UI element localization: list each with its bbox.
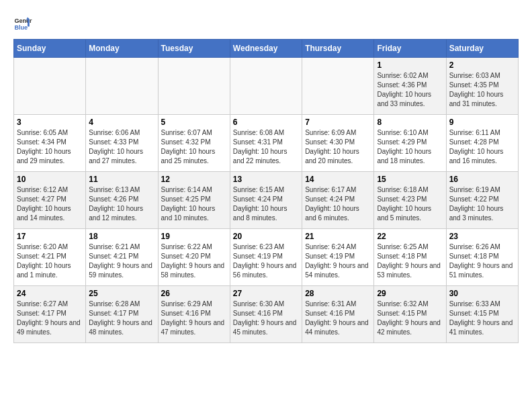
weekday-header: Friday [374,40,446,58]
day-info: Sunrise: 6:11 AM Sunset: 4:28 PM Dayligh… [449,128,515,166]
day-info: Sunrise: 6:03 AM Sunset: 4:35 PM Dayligh… [449,71,515,109]
day-number: 22 [377,232,443,241]
day-number: 10 [17,175,83,184]
calendar-cell: 15Sunrise: 6:18 AM Sunset: 4:23 PM Dayli… [374,172,446,229]
calendar-cell: 25Sunrise: 6:28 AM Sunset: 4:17 PM Dayli… [86,286,158,343]
calendar-cell: 21Sunrise: 6:24 AM Sunset: 4:19 PM Dayli… [302,229,374,286]
day-number: 12 [161,175,227,184]
calendar-week-row: 17Sunrise: 6:20 AM Sunset: 4:21 PM Dayli… [14,229,519,286]
day-number: 28 [305,289,371,298]
weekday-header: Sunday [14,40,86,58]
svg-text:Blue: Blue [14,24,28,31]
logo-icon: General Blue [13,13,32,32]
day-number: 23 [449,232,515,241]
day-info: Sunrise: 6:09 AM Sunset: 4:30 PM Dayligh… [305,128,371,166]
day-number: 6 [233,118,299,127]
day-number: 24 [17,289,83,298]
calendar-cell: 19Sunrise: 6:22 AM Sunset: 4:20 PM Dayli… [158,229,230,286]
day-number: 27 [233,289,299,298]
calendar-cell: 7Sunrise: 6:09 AM Sunset: 4:30 PM Daylig… [302,115,374,172]
calendar-cell: 14Sunrise: 6:17 AM Sunset: 4:24 PM Dayli… [302,172,374,229]
day-number: 4 [89,118,154,127]
calendar-cell [158,58,230,115]
calendar-cell: 13Sunrise: 6:15 AM Sunset: 4:24 PM Dayli… [230,172,302,229]
calendar-table: SundayMondayTuesdayWednesdayThursdayFrid… [13,39,519,343]
weekday-header: Monday [86,40,158,58]
day-info: Sunrise: 6:29 AM Sunset: 4:16 PM Dayligh… [161,300,227,337]
weekday-header: Wednesday [230,40,302,58]
day-number: 26 [161,289,227,298]
calendar-week-row: 10Sunrise: 6:12 AM Sunset: 4:27 PM Dayli… [14,172,519,229]
calendar-cell [86,58,158,115]
day-info: Sunrise: 6:22 AM Sunset: 4:20 PM Dayligh… [161,242,227,280]
day-number: 1 [377,60,443,70]
calendar-cell [230,58,302,115]
calendar-cell: 12Sunrise: 6:14 AM Sunset: 4:25 PM Dayli… [158,172,230,229]
day-number: 3 [17,118,83,127]
calendar-cell: 9Sunrise: 6:11 AM Sunset: 4:28 PM Daylig… [446,115,518,172]
day-info: Sunrise: 6:14 AM Sunset: 4:25 PM Dayligh… [161,185,227,223]
day-number: 9 [449,118,515,127]
day-info: Sunrise: 6:21 AM Sunset: 4:21 PM Dayligh… [89,242,154,280]
day-number: 19 [161,232,227,241]
day-number: 21 [305,232,371,241]
day-info: Sunrise: 6:24 AM Sunset: 4:19 PM Dayligh… [305,242,371,280]
day-number: 7 [305,118,371,127]
calendar-cell: 29Sunrise: 6:32 AM Sunset: 4:15 PM Dayli… [374,286,446,343]
calendar-cell: 2Sunrise: 6:03 AM Sunset: 4:35 PM Daylig… [446,58,518,115]
day-number: 5 [161,118,227,127]
day-number: 14 [305,175,371,184]
day-number: 11 [89,175,154,184]
day-info: Sunrise: 6:18 AM Sunset: 4:23 PM Dayligh… [377,185,443,223]
calendar-cell: 11Sunrise: 6:13 AM Sunset: 4:26 PM Dayli… [86,172,158,229]
day-info: Sunrise: 6:31 AM Sunset: 4:16 PM Dayligh… [305,300,371,337]
calendar-week-row: 3Sunrise: 6:05 AM Sunset: 4:34 PM Daylig… [14,115,519,172]
page-header: General Blue [13,13,519,32]
day-number: 13 [233,175,299,184]
weekday-header: Tuesday [158,40,230,58]
day-number: 15 [377,175,443,184]
calendar-cell: 20Sunrise: 6:23 AM Sunset: 4:19 PM Dayli… [230,229,302,286]
day-info: Sunrise: 6:02 AM Sunset: 4:36 PM Dayligh… [377,71,443,109]
day-info: Sunrise: 6:23 AM Sunset: 4:19 PM Dayligh… [233,242,299,280]
calendar-cell: 10Sunrise: 6:12 AM Sunset: 4:27 PM Dayli… [14,172,86,229]
day-number: 8 [377,118,443,127]
header-row: SundayMondayTuesdayWednesdayThursdayFrid… [14,40,519,58]
calendar-cell: 3Sunrise: 6:05 AM Sunset: 4:34 PM Daylig… [14,115,86,172]
day-info: Sunrise: 6:12 AM Sunset: 4:27 PM Dayligh… [17,185,83,223]
day-number: 29 [377,289,443,298]
day-number: 16 [449,175,515,184]
day-info: Sunrise: 6:25 AM Sunset: 4:18 PM Dayligh… [377,242,443,280]
calendar-week-row: 24Sunrise: 6:27 AM Sunset: 4:17 PM Dayli… [14,286,519,343]
day-info: Sunrise: 6:19 AM Sunset: 4:22 PM Dayligh… [449,185,515,223]
day-number: 20 [233,232,299,241]
weekday-header: Saturday [446,40,518,58]
calendar-cell: 27Sunrise: 6:30 AM Sunset: 4:16 PM Dayli… [230,286,302,343]
day-info: Sunrise: 6:30 AM Sunset: 4:16 PM Dayligh… [233,300,299,337]
day-info: Sunrise: 6:10 AM Sunset: 4:29 PM Dayligh… [377,128,443,166]
calendar-cell: 1Sunrise: 6:02 AM Sunset: 4:36 PM Daylig… [374,58,446,115]
day-number: 18 [89,232,154,241]
day-info: Sunrise: 6:33 AM Sunset: 4:15 PM Dayligh… [449,300,515,337]
calendar-cell: 23Sunrise: 6:26 AM Sunset: 4:18 PM Dayli… [446,229,518,286]
day-info: Sunrise: 6:13 AM Sunset: 4:26 PM Dayligh… [89,185,154,223]
day-info: Sunrise: 6:15 AM Sunset: 4:24 PM Dayligh… [233,185,299,223]
day-number: 25 [89,289,154,298]
calendar-cell: 17Sunrise: 6:20 AM Sunset: 4:21 PM Dayli… [14,229,86,286]
weekday-header: Thursday [302,40,374,58]
calendar-cell: 18Sunrise: 6:21 AM Sunset: 4:21 PM Dayli… [86,229,158,286]
calendar-cell [14,58,86,115]
day-info: Sunrise: 6:26 AM Sunset: 4:18 PM Dayligh… [449,242,515,280]
day-info: Sunrise: 6:20 AM Sunset: 4:21 PM Dayligh… [17,242,83,280]
day-info: Sunrise: 6:08 AM Sunset: 4:31 PM Dayligh… [233,128,299,166]
calendar-cell: 24Sunrise: 6:27 AM Sunset: 4:17 PM Dayli… [14,286,86,343]
calendar-cell: 22Sunrise: 6:25 AM Sunset: 4:18 PM Dayli… [374,229,446,286]
day-info: Sunrise: 6:17 AM Sunset: 4:24 PM Dayligh… [305,185,371,223]
calendar-cell: 26Sunrise: 6:29 AM Sunset: 4:16 PM Dayli… [158,286,230,343]
day-number: 17 [17,232,83,241]
calendar-week-row: 1Sunrise: 6:02 AM Sunset: 4:36 PM Daylig… [14,58,519,115]
day-number: 2 [449,60,515,70]
day-info: Sunrise: 6:28 AM Sunset: 4:17 PM Dayligh… [89,300,154,337]
day-info: Sunrise: 6:27 AM Sunset: 4:17 PM Dayligh… [17,300,83,337]
svg-text:General: General [14,17,32,24]
